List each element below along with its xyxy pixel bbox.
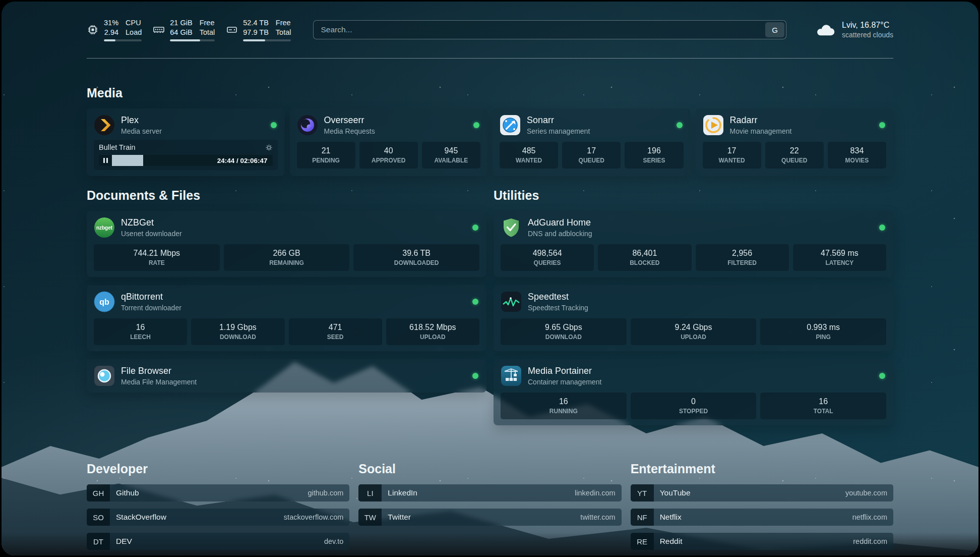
stat-block: 9.24 Gbps UPLOAD bbox=[631, 318, 757, 345]
stat-label: REMAINING bbox=[226, 259, 348, 267]
bookmark-url: stackoverflow.com bbox=[284, 513, 349, 521]
bookmark-abbr: DT bbox=[87, 533, 110, 550]
speedtest-card[interactable]: Speedtest Speedtest Tracking 9.65 Gbps D… bbox=[494, 285, 893, 351]
stat-value: 21 bbox=[299, 146, 353, 156]
bookmark-abbr: NF bbox=[631, 509, 654, 526]
stat-label: APPROVED bbox=[361, 157, 416, 164]
service-name: Sonarr bbox=[527, 115, 590, 126]
stat-block: 16 RUNNING bbox=[501, 393, 627, 419]
radarr-icon bbox=[703, 115, 724, 136]
developer-bookmarks: Developer GH Github github.com SO StackO… bbox=[87, 462, 349, 555]
service-name: qBittorrent bbox=[121, 292, 181, 302]
topbar-divider bbox=[87, 58, 893, 59]
bookmark-url: github.com bbox=[308, 489, 349, 497]
utilities-section-title: Utilities bbox=[494, 188, 893, 203]
stat-label: TOTAL bbox=[762, 408, 884, 415]
bookmark-youtube[interactable]: YT YouTube youtube.com bbox=[631, 484, 893, 502]
bookmark-github[interactable]: GH Github github.com bbox=[87, 484, 349, 502]
bookmark-name: Netflix bbox=[654, 513, 852, 522]
bookmark-url: linkedin.com bbox=[575, 489, 622, 497]
portainer-card[interactable]: Media Portainer Container management 16 … bbox=[494, 359, 893, 425]
stat-block: 834 MOVIES bbox=[828, 142, 886, 169]
plex-card[interactable]: Plex Media server Bullet Train bbox=[87, 108, 285, 176]
stat-block: 0.993 ms PING bbox=[760, 318, 886, 345]
service-subtitle: Speedtest Tracking bbox=[528, 304, 588, 312]
radarr-card[interactable]: Radarr Movie management 17 WANTED 22 QUE… bbox=[696, 108, 894, 176]
pause-button[interactable] bbox=[99, 155, 112, 166]
stat-value: 485 bbox=[502, 146, 556, 156]
bookmark-abbr: GH bbox=[87, 484, 110, 502]
memory-progress-bar bbox=[170, 39, 215, 41]
stat-label: UPLOAD bbox=[633, 333, 755, 341]
memory-free-label: Free bbox=[200, 18, 215, 28]
stat-label: QUEUED bbox=[564, 157, 619, 164]
stat-block: 22 QUEUED bbox=[765, 142, 824, 169]
stat-block: 2,956 FILTERED bbox=[696, 244, 789, 271]
bookmark-url: dev.to bbox=[324, 537, 349, 545]
bookmark-name: LinkedIn bbox=[382, 488, 575, 497]
weather-location: Lviv, 16.87°C bbox=[842, 21, 893, 30]
stat-value: 16 bbox=[503, 397, 625, 407]
service-name: NZBGet bbox=[121, 217, 182, 228]
stat-block: 39.6 TB DOWNLOADED bbox=[353, 244, 479, 271]
stat-block: 21 PENDING bbox=[297, 142, 355, 169]
stat-label: DOWNLOADED bbox=[355, 259, 477, 267]
overseerr-icon bbox=[297, 115, 318, 136]
bookmark-twitter[interactable]: TW Twitter twitter.com bbox=[358, 509, 621, 526]
stat-label: DOWNLOAD bbox=[193, 333, 282, 341]
search-provider-button[interactable]: G bbox=[765, 22, 784, 37]
status-dot bbox=[472, 299, 478, 305]
stat-value: 86,401 bbox=[600, 248, 689, 258]
sonarr-card[interactable]: Sonarr Series management 485 WANTED 17 Q… bbox=[493, 108, 691, 176]
qbittorrent-card[interactable]: qb qBittorrent Torrent downloader 16 LEE… bbox=[87, 285, 486, 351]
sonarr-icon bbox=[500, 115, 521, 136]
stat-value: 471 bbox=[291, 322, 380, 332]
playback-progress-bar[interactable]: 24:44 / 02:06:47 bbox=[99, 155, 273, 166]
gear-icon[interactable] bbox=[265, 144, 273, 151]
adguard-card[interactable]: AdGuard Home DNS and adblocking 498,564 … bbox=[494, 211, 893, 277]
stat-block: 485 WANTED bbox=[500, 142, 558, 169]
stat-block: 471 SEED bbox=[289, 318, 382, 345]
stat-block: 16 TOTAL bbox=[760, 393, 886, 419]
service-subtitle: Media server bbox=[121, 127, 162, 135]
stat-block: 498,564 QUERIES bbox=[501, 244, 594, 271]
bookmark-abbr: TW bbox=[358, 509, 382, 526]
stat-value: 498,564 bbox=[503, 248, 592, 258]
stat-label: QUEUED bbox=[767, 157, 822, 164]
bookmark-dev[interactable]: DT DEV dev.to bbox=[87, 533, 349, 550]
bookmark-name: StackOverflow bbox=[110, 513, 284, 522]
status-dot bbox=[473, 122, 479, 128]
qbittorrent-icon: qb bbox=[94, 291, 115, 312]
stat-block: 17 QUEUED bbox=[562, 142, 621, 169]
cpu-load-label: Load bbox=[126, 28, 142, 37]
svg-text:nzbget: nzbget bbox=[96, 225, 113, 231]
bookmark-linkedin[interactable]: LI LinkedIn linkedin.com bbox=[358, 484, 621, 502]
nzbget-card[interactable]: nzbget NZBGet Usenet downloader 744.21 M… bbox=[87, 211, 486, 277]
status-dot bbox=[271, 122, 277, 128]
filebrowser-card[interactable]: File Browser Media File Management bbox=[87, 359, 486, 393]
stat-value: 834 bbox=[830, 146, 884, 156]
documents-section-title: Documents & Files bbox=[87, 188, 486, 203]
entertainment-section-title: Entertainment bbox=[631, 462, 893, 476]
service-name: Overseerr bbox=[324, 115, 375, 126]
bookmark-name: DEV bbox=[110, 537, 324, 546]
stat-block: 86,401 BLOCKED bbox=[598, 244, 691, 271]
cloud-icon bbox=[815, 22, 836, 37]
nzbget-icon: nzbget bbox=[94, 217, 115, 238]
service-subtitle: Series management bbox=[527, 127, 590, 135]
bookmark-netflix[interactable]: NF Netflix netflix.com bbox=[631, 509, 893, 526]
overseerr-card[interactable]: Overseerr Media Requests 21 PENDING 40 A… bbox=[290, 108, 488, 176]
bookmark-reddit[interactable]: RE Reddit reddit.com bbox=[631, 533, 893, 550]
stat-label: SEED bbox=[291, 333, 380, 341]
bookmark-name: Twitter bbox=[382, 513, 580, 522]
service-subtitle: Container management bbox=[528, 378, 601, 386]
status-dot bbox=[677, 122, 683, 128]
search-input[interactable] bbox=[314, 21, 764, 39]
bookmark-stackoverflow[interactable]: SO StackOverflow stackoverflow.com bbox=[87, 509, 349, 526]
stat-block: 618.52 Mbps UPLOAD bbox=[386, 318, 479, 345]
now-playing-title: Bullet Train bbox=[99, 143, 136, 152]
cpu-progress-bar bbox=[104, 39, 142, 41]
playback-time: 24:44 / 02:06:47 bbox=[217, 157, 268, 164]
stat-block: 16 LEECH bbox=[94, 318, 187, 345]
stat-block: 0 STOPPED bbox=[631, 393, 757, 419]
